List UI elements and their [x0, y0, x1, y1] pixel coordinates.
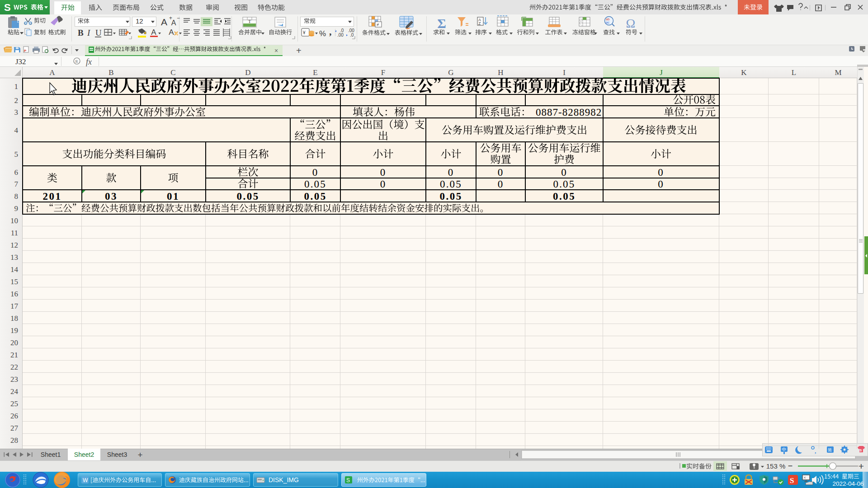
svg-text:I: I [87, 28, 91, 38]
svg-text:3: 3 [14, 108, 19, 117]
svg-text:20: 20 [10, 338, 18, 347]
svg-text:6: 6 [14, 168, 19, 177]
svg-text:.0: .0 [350, 33, 354, 38]
svg-text:G: G [448, 68, 453, 77]
svg-text:25: 25 [10, 399, 18, 408]
svg-text:Sheet2: Sheet2 [74, 451, 94, 458]
svg-text:T: T [248, 19, 251, 24]
svg-text:W: W [83, 477, 88, 483]
svg-text:L: L [792, 68, 796, 77]
svg-text:0: 0 [561, 167, 567, 178]
svg-text:Sheet3: Sheet3 [107, 451, 127, 458]
svg-text:H: H [498, 68, 503, 77]
svg-text:+: + [137, 450, 142, 460]
svg-text:−: − [177, 15, 180, 21]
svg-text:%: % [319, 29, 326, 38]
svg-text:26: 26 [10, 412, 18, 420]
svg-text:0: 0 [658, 178, 664, 190]
svg-text:0: 0 [380, 178, 387, 190]
svg-text:S: S [346, 477, 350, 483]
svg-text:153 %: 153 % [766, 462, 786, 470]
svg-text:S: S [790, 476, 794, 485]
svg-text:0887-8288982: 0887-8288982 [536, 107, 602, 118]
svg-text:,: , [815, 448, 816, 455]
svg-text:16: 16 [10, 290, 18, 298]
svg-text:21: 21 [10, 351, 18, 359]
svg-text:J32: J32 [15, 57, 26, 66]
svg-text:0: 0 [448, 167, 454, 178]
svg-text:A: A [169, 28, 174, 37]
svg-text:5: 5 [14, 150, 19, 159]
svg-text:J: J [660, 68, 663, 77]
svg-text:I: I [563, 68, 566, 77]
svg-text:0: 0 [498, 167, 504, 178]
svg-text:7: 7 [14, 180, 19, 188]
svg-text:01: 01 [167, 191, 179, 202]
svg-text:E: E [313, 68, 317, 77]
svg-text:DISK_IMG: DISK_IMG [269, 476, 299, 483]
svg-text:A: A [151, 28, 156, 37]
svg-text:19: 19 [10, 326, 18, 335]
svg-text:U: U [95, 28, 102, 38]
svg-text:0.05: 0.05 [439, 191, 462, 202]
svg-text:B: B [108, 68, 113, 77]
svg-text:0.05: 0.05 [304, 178, 326, 190]
svg-text:17: 17 [10, 302, 19, 310]
svg-text:ac: ac [606, 20, 609, 24]
svg-text:Z: Z [478, 21, 481, 26]
svg-text:8: 8 [14, 192, 19, 201]
svg-text:D: D [245, 68, 250, 77]
svg-text:28: 28 [10, 436, 18, 445]
svg-text:0.05: 0.05 [304, 191, 326, 202]
svg-text:0: 0 [312, 167, 319, 178]
svg-text:0: 0 [380, 167, 387, 178]
svg-text:K: K [741, 68, 747, 77]
svg-text:×: × [274, 47, 278, 54]
svg-text:03: 03 [105, 191, 118, 202]
svg-text:B: B [78, 28, 84, 38]
svg-text:2: 2 [14, 96, 19, 105]
svg-text:0.05: 0.05 [553, 178, 575, 190]
svg-text:1: 1 [14, 82, 19, 91]
svg-text:0.05: 0.05 [440, 178, 462, 190]
svg-text:12: 12 [136, 17, 143, 25]
svg-text:13: 13 [10, 253, 18, 262]
svg-text:18: 18 [10, 314, 18, 323]
svg-text:0: 0 [658, 167, 664, 178]
svg-text:+: + [296, 46, 302, 56]
svg-text:27: 27 [10, 424, 19, 432]
svg-text:14: 14 [10, 265, 19, 274]
svg-text:12: 12 [10, 241, 18, 249]
svg-text:23: 23 [10, 375, 18, 384]
svg-text:.00: .00 [337, 33, 344, 38]
svg-text:中: 中 [782, 447, 787, 452]
svg-text:0: 0 [498, 178, 504, 190]
svg-text:M: M [835, 68, 841, 77]
svg-text:201: 201 [43, 191, 62, 202]
svg-text:fx: fx [86, 57, 92, 66]
svg-text:Sheet1: Sheet1 [41, 451, 61, 458]
svg-text:9: 9 [14, 204, 19, 213]
svg-text:A: A [161, 17, 167, 27]
svg-text:0.05: 0.05 [236, 191, 259, 202]
svg-text:C: C [170, 68, 175, 77]
svg-text:简: 简 [828, 448, 832, 452]
svg-text:2022-04-06: 2022-04-06 [832, 480, 863, 487]
svg-text:−: − [788, 461, 793, 470]
svg-text:F: F [381, 68, 385, 77]
svg-text:4: 4 [14, 126, 19, 135]
svg-text:11: 11 [11, 229, 18, 237]
svg-text:S: S [859, 448, 862, 452]
svg-text:Σ: Σ [437, 16, 446, 31]
svg-text:15: 15 [10, 277, 18, 286]
svg-text:10: 10 [10, 216, 18, 225]
svg-text:+: + [859, 461, 864, 471]
svg-text:,: , [329, 26, 332, 37]
svg-text:0.05: 0.05 [553, 191, 576, 202]
svg-text:22: 22 [10, 363, 18, 371]
svg-text:P: P [24, 49, 27, 53]
svg-text:S: S [4, 2, 11, 13]
svg-text:Ω: Ω [626, 16, 636, 30]
svg-text:A: A [171, 19, 176, 27]
svg-text:24: 24 [10, 387, 19, 396]
